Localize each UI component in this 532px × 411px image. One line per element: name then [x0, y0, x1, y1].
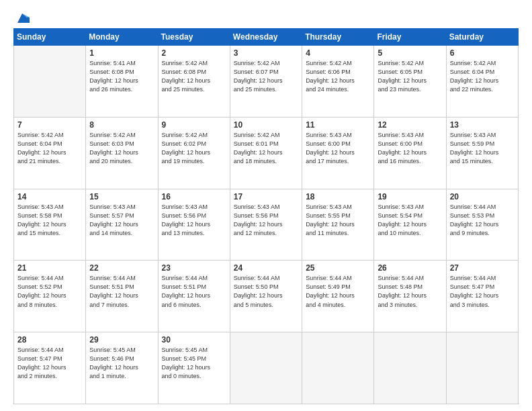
day-info: Sunrise: 5:42 AM Sunset: 6:05 PM Dayligh…	[378, 59, 442, 94]
day-info: Sunrise: 5:42 AM Sunset: 6:08 PM Dayligh…	[162, 59, 226, 94]
day-number: 7	[17, 120, 82, 130]
logo-icon	[15, 11, 30, 26]
day-number: 26	[378, 263, 442, 273]
page: SundayMondayTuesdayWednesdayThursdayFrid…	[0, 0, 532, 411]
day-number: 5	[378, 48, 442, 58]
day-info: Sunrise: 5:44 AM Sunset: 5:52 PM Dayligh…	[17, 274, 82, 309]
day-number: 25	[306, 263, 370, 273]
col-header-tuesday: Tuesday	[158, 29, 230, 46]
calendar-cell: 20Sunrise: 5:44 AM Sunset: 5:53 PM Dayli…	[446, 189, 518, 261]
calendar-cell: 27Sunrise: 5:44 AM Sunset: 5:47 PM Dayli…	[446, 261, 518, 332]
calendar-cell: 29Sunrise: 5:45 AM Sunset: 5:46 PM Dayli…	[86, 332, 158, 404]
day-info: Sunrise: 5:43 AM Sunset: 5:56 PM Dayligh…	[162, 203, 226, 238]
day-number: 17	[234, 192, 298, 201]
calendar-week-row: 28Sunrise: 5:44 AM Sunset: 5:47 PM Dayli…	[14, 332, 519, 404]
calendar-cell: 4Sunrise: 5:42 AM Sunset: 6:06 PM Daylig…	[302, 46, 374, 118]
day-info: Sunrise: 5:42 AM Sunset: 6:04 PM Dayligh…	[17, 131, 82, 166]
col-header-wednesday: Wednesday	[230, 29, 302, 46]
day-number: 10	[234, 120, 298, 130]
calendar-cell: 14Sunrise: 5:43 AM Sunset: 5:58 PM Dayli…	[14, 189, 86, 261]
day-number: 30	[162, 335, 226, 345]
calendar-cell: 19Sunrise: 5:43 AM Sunset: 5:54 PM Dayli…	[374, 189, 446, 261]
calendar-cell: 11Sunrise: 5:43 AM Sunset: 6:00 PM Dayli…	[302, 117, 374, 189]
day-number: 15	[89, 192, 154, 201]
calendar-cell	[446, 332, 518, 404]
day-info: Sunrise: 5:45 AM Sunset: 5:45 PM Dayligh…	[162, 346, 226, 381]
col-header-sunday: Sunday	[14, 29, 86, 46]
calendar-cell: 3Sunrise: 5:42 AM Sunset: 6:07 PM Daylig…	[230, 46, 302, 118]
col-header-thursday: Thursday	[302, 29, 374, 46]
calendar-cell: 25Sunrise: 5:44 AM Sunset: 5:49 PM Dayli…	[302, 261, 374, 332]
day-info: Sunrise: 5:42 AM Sunset: 6:07 PM Dayligh…	[234, 59, 298, 94]
day-info: Sunrise: 5:44 AM Sunset: 5:51 PM Dayligh…	[162, 274, 226, 309]
calendar-cell	[374, 332, 446, 404]
day-number: 6	[450, 48, 515, 58]
calendar-cell: 6Sunrise: 5:42 AM Sunset: 6:04 PM Daylig…	[446, 46, 518, 118]
calendar-cell	[302, 332, 374, 404]
calendar-cell: 26Sunrise: 5:44 AM Sunset: 5:48 PM Dayli…	[374, 261, 446, 332]
day-info: Sunrise: 5:43 AM Sunset: 5:55 PM Dayligh…	[306, 203, 370, 238]
day-info: Sunrise: 5:44 AM Sunset: 5:53 PM Dayligh…	[450, 203, 515, 238]
day-info: Sunrise: 5:44 AM Sunset: 5:50 PM Dayligh…	[234, 274, 298, 309]
calendar-week-row: 1Sunrise: 5:41 AM Sunset: 6:08 PM Daylig…	[14, 46, 519, 118]
day-info: Sunrise: 5:43 AM Sunset: 5:58 PM Dayligh…	[17, 203, 82, 238]
calendar-cell: 5Sunrise: 5:42 AM Sunset: 6:05 PM Daylig…	[374, 46, 446, 118]
calendar-week-row: 7Sunrise: 5:42 AM Sunset: 6:04 PM Daylig…	[14, 117, 519, 189]
day-number: 3	[234, 48, 298, 58]
day-info: Sunrise: 5:42 AM Sunset: 6:01 PM Dayligh…	[234, 131, 298, 166]
day-info: Sunrise: 5:43 AM Sunset: 5:54 PM Dayligh…	[378, 203, 442, 238]
day-number: 23	[162, 263, 226, 273]
calendar-cell: 10Sunrise: 5:42 AM Sunset: 6:01 PM Dayli…	[230, 117, 302, 189]
day-info: Sunrise: 5:45 AM Sunset: 5:46 PM Dayligh…	[89, 346, 154, 381]
day-number: 11	[306, 120, 370, 130]
calendar-cell: 16Sunrise: 5:43 AM Sunset: 5:56 PM Dayli…	[158, 189, 230, 261]
calendar-cell: 22Sunrise: 5:44 AM Sunset: 5:51 PM Dayli…	[86, 261, 158, 332]
day-number: 4	[306, 48, 370, 58]
day-number: 24	[234, 263, 298, 273]
day-number: 29	[89, 335, 154, 345]
day-info: Sunrise: 5:44 AM Sunset: 5:47 PM Dayligh…	[17, 346, 82, 381]
day-number: 8	[89, 120, 154, 130]
day-info: Sunrise: 5:44 AM Sunset: 5:48 PM Dayligh…	[378, 274, 442, 309]
day-number: 22	[89, 263, 154, 273]
col-header-saturday: Saturday	[446, 29, 518, 46]
day-number: 18	[306, 192, 370, 201]
calendar-cell: 1Sunrise: 5:41 AM Sunset: 6:08 PM Daylig…	[86, 46, 158, 118]
calendar-cell	[14, 46, 86, 118]
logo	[13, 11, 30, 23]
day-info: Sunrise: 5:42 AM Sunset: 6:06 PM Dayligh…	[306, 59, 370, 94]
day-number: 19	[378, 192, 442, 201]
col-header-friday: Friday	[374, 29, 446, 46]
svg-marker-0	[17, 13, 30, 23]
calendar-cell	[230, 332, 302, 404]
day-number: 28	[17, 335, 82, 345]
calendar-cell: 18Sunrise: 5:43 AM Sunset: 5:55 PM Dayli…	[302, 189, 374, 261]
day-info: Sunrise: 5:44 AM Sunset: 5:47 PM Dayligh…	[450, 274, 515, 309]
day-number: 1	[89, 48, 154, 58]
calendar-cell: 23Sunrise: 5:44 AM Sunset: 5:51 PM Dayli…	[158, 261, 230, 332]
day-number: 2	[162, 48, 226, 58]
day-number: 13	[450, 120, 515, 130]
day-info: Sunrise: 5:43 AM Sunset: 6:00 PM Dayligh…	[306, 131, 370, 166]
day-info: Sunrise: 5:43 AM Sunset: 6:00 PM Dayligh…	[378, 131, 442, 166]
day-info: Sunrise: 5:44 AM Sunset: 5:49 PM Dayligh…	[306, 274, 370, 309]
day-number: 12	[378, 120, 442, 130]
calendar-cell: 7Sunrise: 5:42 AM Sunset: 6:04 PM Daylig…	[14, 117, 86, 189]
day-info: Sunrise: 5:43 AM Sunset: 5:59 PM Dayligh…	[450, 131, 515, 166]
calendar-week-row: 21Sunrise: 5:44 AM Sunset: 5:52 PM Dayli…	[14, 261, 519, 332]
day-info: Sunrise: 5:42 AM Sunset: 6:02 PM Dayligh…	[162, 131, 226, 166]
day-info: Sunrise: 5:42 AM Sunset: 6:03 PM Dayligh…	[89, 131, 154, 166]
calendar-cell: 12Sunrise: 5:43 AM Sunset: 6:00 PM Dayli…	[374, 117, 446, 189]
calendar-cell: 9Sunrise: 5:42 AM Sunset: 6:02 PM Daylig…	[158, 117, 230, 189]
header	[13, 11, 519, 23]
calendar-cell: 21Sunrise: 5:44 AM Sunset: 5:52 PM Dayli…	[14, 261, 86, 332]
day-number: 20	[450, 192, 515, 201]
day-info: Sunrise: 5:42 AM Sunset: 6:04 PM Dayligh…	[450, 59, 515, 94]
day-info: Sunrise: 5:43 AM Sunset: 5:56 PM Dayligh…	[234, 203, 298, 238]
calendar-cell: 13Sunrise: 5:43 AM Sunset: 5:59 PM Dayli…	[446, 117, 518, 189]
calendar-cell: 8Sunrise: 5:42 AM Sunset: 6:03 PM Daylig…	[86, 117, 158, 189]
day-number: 27	[450, 263, 515, 273]
day-number: 14	[17, 192, 82, 201]
calendar-table: SundayMondayTuesdayWednesdayThursdayFrid…	[13, 28, 519, 404]
calendar-cell: 28Sunrise: 5:44 AM Sunset: 5:47 PM Dayli…	[14, 332, 86, 404]
